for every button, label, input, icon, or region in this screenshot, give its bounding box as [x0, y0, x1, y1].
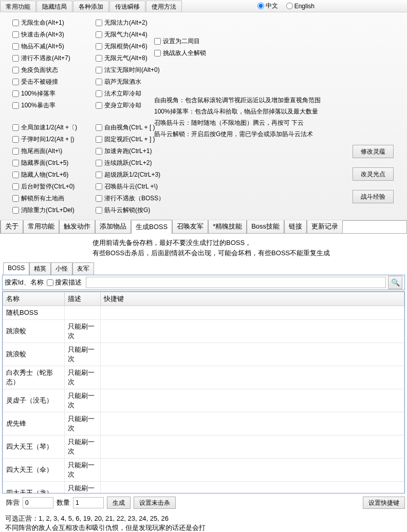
filter-boss[interactable]: BOSS: [3, 262, 29, 275]
filter-mob[interactable]: 小怪: [51, 262, 72, 275]
filter-elite[interactable]: 精英: [29, 262, 51, 275]
camp-label: 阵营: [6, 498, 20, 507]
table-row[interactable]: 跳浪蛟只能刷一次: [3, 343, 404, 366]
btn-lingyun[interactable]: 修改灵蕴: [353, 145, 394, 158]
cheat-col1-4[interactable]: 免疫负面状态: [12, 66, 77, 74]
qty-input[interactable]: [73, 497, 104, 508]
cheat-col1-13[interactable]: 隐藏人物(CtrL+6): [12, 170, 77, 179]
cheat-panel: 无限生命(Alt+1)快速击杀(Alt+3)物品不减(Alt+5)潜行不遇敌(A…: [0, 12, 407, 220]
table-row[interactable]: 四大天王（龙）只能刷一次: [3, 482, 404, 494]
mid-tab-7[interactable]: Boss技能: [247, 219, 284, 233]
btn-lingguang[interactable]: 改灵光点: [353, 167, 394, 181]
cheat-col1-11[interactable]: 拖尾画面(Alt+\): [12, 147, 77, 156]
lang-zh[interactable]: 中文: [257, 2, 278, 10]
top-tab-0[interactable]: 常用功能: [0, 1, 36, 12]
filter-ally[interactable]: 友军: [72, 262, 94, 275]
search-bar: 搜索Id、名称 搜索描述 🔍: [2, 275, 405, 290]
th-desc[interactable]: 描述: [65, 292, 101, 306]
th-name[interactable]: 名称: [3, 292, 65, 306]
search-icon: 🔍: [391, 278, 400, 287]
side-buttons: 修改灵蕴 改灵光点 战斗经验: [353, 145, 394, 203]
mid-tab-5[interactable]: 召唤友军: [172, 219, 208, 233]
boss-grid[interactable]: 名称 描述 快捷键 随机BOSS跳浪蛟只能刷一次跳浪蛟只能刷一次白衣秀士（蛇形态…: [2, 291, 405, 493]
cheat-col2-15[interactable]: 潜行不遇敌（BOSS）: [96, 194, 164, 203]
top-tab-3[interactable]: 传送瞬移: [109, 1, 145, 12]
mid-tab-0[interactable]: 关于: [1, 219, 23, 233]
cheat-col1-3[interactable]: 潜行不遇敌(Alt+7): [12, 54, 77, 63]
top-tab-2[interactable]: 各种添加: [73, 1, 109, 12]
cheat-col1-12[interactable]: 隐藏界面(CtrL+5): [12, 159, 77, 167]
cheat-col1-0[interactable]: 无限生命(Alt+1): [12, 18, 77, 27]
mid-tab-8[interactable]: 链接: [284, 219, 307, 233]
qty-label: 数量: [57, 498, 70, 507]
filter-tabs: BOSS 精英 小怪 友军: [0, 262, 407, 275]
mid-tab-4[interactable]: 生成BOSS: [131, 220, 172, 234]
cheat-col1-6[interactable]: 100%掉落率: [12, 89, 77, 98]
cheat-col1-1[interactable]: 快速击杀(Alt+3): [12, 30, 77, 39]
table-row[interactable]: 白衣秀士（蛇形态）只能刷一次: [3, 366, 404, 389]
search-input[interactable]: [86, 277, 386, 288]
table-row[interactable]: 随机BOSS: [3, 306, 404, 320]
language-radio: 中文 English: [257, 2, 314, 10]
right-chk-1[interactable]: 挑战敌人全解锁: [154, 49, 206, 58]
footer-text: 可选正营：1, 2, 3, 4, 5, 6, 19, 20, 21, 22, 2…: [0, 511, 407, 532]
lang-en[interactable]: English: [286, 2, 314, 10]
cheat-col2-11[interactable]: 加速奔跑(CtrL+1): [96, 147, 164, 156]
table-row[interactable]: 虎先锋只能刷一次: [3, 412, 404, 435]
table-row[interactable]: 灵虚子（没毛）只能刷一次: [3, 389, 404, 412]
btn-exp[interactable]: 战斗经验: [353, 190, 394, 203]
top-tab-1[interactable]: 隐藏结局: [36, 1, 72, 12]
cheat-col-1: 无限生命(Alt+1)快速击杀(Alt+3)物品不减(Alt+5)潜行不遇敌(A…: [0, 17, 83, 216]
notice-text: 使用前请先备份存档，最好不要没生成打过的BOSS， 有些BOSS击杀后，后面剧情…: [0, 234, 407, 262]
mid-tab-3[interactable]: 添加物品: [95, 219, 131, 233]
mid-tabs: 关于常用功能触发动作添加物品生成BOSS召唤友军*精魄技能Boss技能链接更新记…: [0, 220, 407, 234]
right-chk-0[interactable]: 设置为二周目: [154, 37, 206, 46]
mid-tab-9[interactable]: 更新记录: [307, 219, 343, 233]
cheat-col2-4[interactable]: 法宝无限时间(Alt+0): [96, 66, 164, 74]
cheat-col1-7[interactable]: 100%暴击率: [12, 101, 77, 110]
cheat-col1-10[interactable]: 子弹时间1/2(Alt + |): [12, 135, 77, 144]
top-tab-4[interactable]: 使用方法: [146, 1, 182, 12]
cheat-col1-14[interactable]: 后台时暂停(CtrL+0): [12, 182, 77, 191]
mid-tab-2[interactable]: 触发动作: [59, 219, 95, 233]
help-text: 自由视角：包含鼠标滚轮调节视距远近以及增加垂直视角范围 100%掉落率：包含战斗…: [154, 94, 321, 140]
cheat-col2-5[interactable]: 葫芦无限酒水: [96, 78, 164, 86]
cheat-col2-13[interactable]: 超级跳跃1/2(CtrL+3): [96, 170, 164, 179]
cheat-col1-16[interactable]: 消除重力(CtrL+Del): [12, 206, 77, 215]
search-desc-chk[interactable]: 搜索描述: [47, 278, 82, 287]
generate-button[interactable]: 生成: [107, 497, 131, 509]
table-row[interactable]: 跳浪蛟只能刷一次: [3, 320, 404, 343]
camp-input[interactable]: [23, 497, 53, 508]
search-label: 搜索Id、名称: [5, 278, 44, 287]
cheat-col1-9[interactable]: 全局加速1/2(Alt +〔): [12, 123, 77, 132]
th-hotkey[interactable]: 快捷键: [101, 292, 404, 306]
top-tabs: 常用功能 隐藏结局 各种添加 传送瞬移 使用方法 中文 English: [0, 0, 407, 12]
cheat-col2-14[interactable]: 召唤筋斗云(CtrL +\): [96, 182, 164, 191]
cheat-col2-12[interactable]: 连续跳跃(CtrL+2): [96, 159, 164, 167]
cheat-col2-0[interactable]: 无限法力(Alt+2): [96, 18, 164, 27]
set-unkilled-button[interactable]: 设置未击杀: [134, 497, 176, 509]
table-row[interactable]: 四大天王（琴）只能刷一次: [3, 435, 404, 459]
cheat-col2-16[interactable]: 筋斗云解锁(按G): [96, 206, 164, 215]
cheat-col1-5[interactable]: 受击不被碰撞: [12, 78, 77, 86]
search-button[interactable]: 🔍: [388, 276, 402, 289]
cheat-col1-2[interactable]: 物品不减(Alt+5): [12, 42, 77, 51]
table-row[interactable]: 四大天王（伞）只能刷一次: [3, 459, 404, 482]
mid-tab-6[interactable]: *精魄技能: [208, 219, 247, 233]
bottom-bar: 阵营 数量 生成 设置未击杀 设置快捷键: [0, 493, 407, 511]
set-hotkey-button[interactable]: 设置快捷键: [363, 497, 405, 509]
mid-tab-1[interactable]: 常用功能: [23, 219, 59, 233]
cheat-col1-15[interactable]: 解锁所有土地画: [12, 194, 77, 203]
right-checks: 设置为二周目 挑战敌人全解锁: [154, 37, 206, 61]
